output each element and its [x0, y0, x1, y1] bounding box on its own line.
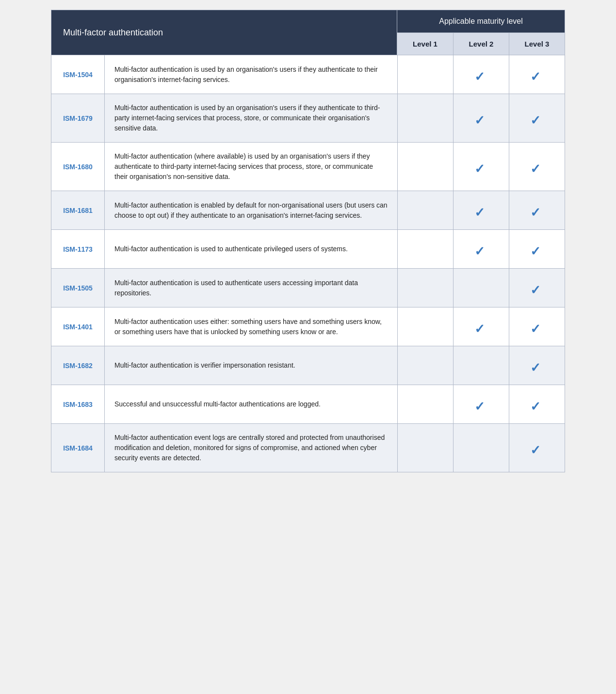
- level3-cell: [509, 143, 565, 191]
- check-icon: [530, 322, 544, 332]
- level3-cell: [509, 424, 565, 472]
- description-text: Multi-factor authentication is verifier …: [105, 346, 397, 385]
- description-text: Multi-factor authentication is used by a…: [105, 55, 397, 94]
- description-text: Multi-factor authentication event logs a…: [105, 424, 397, 472]
- level1-cell: [397, 55, 453, 94]
- check-icon: [474, 322, 488, 332]
- ism-code: ISM-1683: [51, 385, 105, 423]
- check-icon: [474, 161, 488, 172]
- level3-cell: [509, 55, 565, 94]
- table-row: ISM-1683Successful and unsuccessful mult…: [51, 385, 565, 424]
- maturity-label: Applicable maturity level: [397, 10, 565, 33]
- level2-cell: [453, 230, 509, 268]
- level-headers: Level 1 Level 2 Level 3: [397, 33, 565, 55]
- level3-cell: [509, 94, 565, 142]
- level1-cell: [397, 385, 453, 423]
- check-icon: [530, 244, 544, 255]
- title-text: Multi-factor authentication: [63, 28, 163, 38]
- ism-code: ISM-1684: [51, 424, 105, 472]
- ism-code: ISM-1682: [51, 346, 105, 385]
- check-icon: [474, 244, 488, 255]
- main-table: Multi-factor authentication Applicable m…: [51, 10, 565, 472]
- ism-code: ISM-1504: [51, 55, 105, 94]
- description-text: Multi-factor authentication uses either:…: [105, 307, 397, 346]
- check-icon: [530, 205, 544, 216]
- level2-header: Level 2: [453, 33, 509, 55]
- level2-cell: [453, 424, 509, 472]
- ism-code: ISM-1681: [51, 191, 105, 229]
- check-icon: [530, 69, 544, 80]
- description-text: Multi-factor authentication is used to a…: [105, 230, 397, 268]
- check-icon: [530, 283, 544, 293]
- level1-cell: [397, 191, 453, 229]
- ism-code: ISM-1679: [51, 94, 105, 142]
- table-row: ISM-1505Multi-factor authentication is u…: [51, 269, 565, 307]
- check-icon: [474, 69, 488, 80]
- check-icon: [474, 113, 488, 124]
- level1-cell: [397, 424, 453, 472]
- table-row: ISM-1679Multi-factor authentication is u…: [51, 94, 565, 143]
- level1-header: Level 1: [397, 33, 453, 55]
- level3-header: Level 3: [509, 33, 565, 55]
- description-text: Multi-factor authentication is used to a…: [105, 269, 397, 307]
- description-text: Multi-factor authentication (where avail…: [105, 143, 397, 191]
- ism-code: ISM-1505: [51, 269, 105, 307]
- level2-cell: [453, 55, 509, 94]
- check-icon: [530, 113, 544, 124]
- level1-cell: [397, 269, 453, 307]
- check-icon: [474, 399, 488, 410]
- level3-cell: [509, 385, 565, 423]
- table-row: ISM-1684Multi-factor authentication even…: [51, 424, 565, 472]
- level3-cell: [509, 191, 565, 229]
- maturity-header-group: Applicable maturity level Level 1 Level …: [397, 10, 565, 55]
- table-body: ISM-1504Multi-factor authentication is u…: [51, 55, 565, 472]
- table-row: ISM-1680Multi-factor authentication (whe…: [51, 143, 565, 191]
- level1-cell: [397, 143, 453, 191]
- level2-cell: [453, 385, 509, 423]
- level2-cell: [453, 269, 509, 307]
- level1-cell: [397, 94, 453, 142]
- check-icon: [530, 360, 544, 371]
- table-row: ISM-1681Multi-factor authentication is e…: [51, 191, 565, 230]
- level3-cell: [509, 307, 565, 346]
- description-text: Multi-factor authentication is used by a…: [105, 94, 397, 142]
- table-row: ISM-1401Multi-factor authentication uses…: [51, 307, 565, 346]
- level3-cell: [509, 230, 565, 268]
- level3-cell: [509, 269, 565, 307]
- table-row: ISM-1173Multi-factor authentication is u…: [51, 230, 565, 269]
- ism-code: ISM-1680: [51, 143, 105, 191]
- check-icon: [530, 161, 544, 172]
- table-title: Multi-factor authentication: [51, 10, 397, 55]
- level2-cell: [453, 143, 509, 191]
- level1-cell: [397, 307, 453, 346]
- description-text: Successful and unsuccessful multi-factor…: [105, 385, 397, 423]
- level2-cell: [453, 307, 509, 346]
- ism-code: ISM-1173: [51, 230, 105, 268]
- level2-cell: [453, 94, 509, 142]
- table-row: ISM-1504Multi-factor authentication is u…: [51, 55, 565, 94]
- check-icon: [474, 205, 488, 216]
- level2-cell: [453, 191, 509, 229]
- ism-code: ISM-1401: [51, 307, 105, 346]
- level3-cell: [509, 346, 565, 385]
- level2-cell: [453, 346, 509, 385]
- description-text: Multi-factor authentication is enabled b…: [105, 191, 397, 229]
- level1-cell: [397, 346, 453, 385]
- level1-cell: [397, 230, 453, 268]
- check-icon: [530, 443, 544, 453]
- table-row: ISM-1682Multi-factor authentication is v…: [51, 346, 565, 385]
- table-header: Multi-factor authentication Applicable m…: [51, 10, 565, 55]
- check-icon: [530, 399, 544, 410]
